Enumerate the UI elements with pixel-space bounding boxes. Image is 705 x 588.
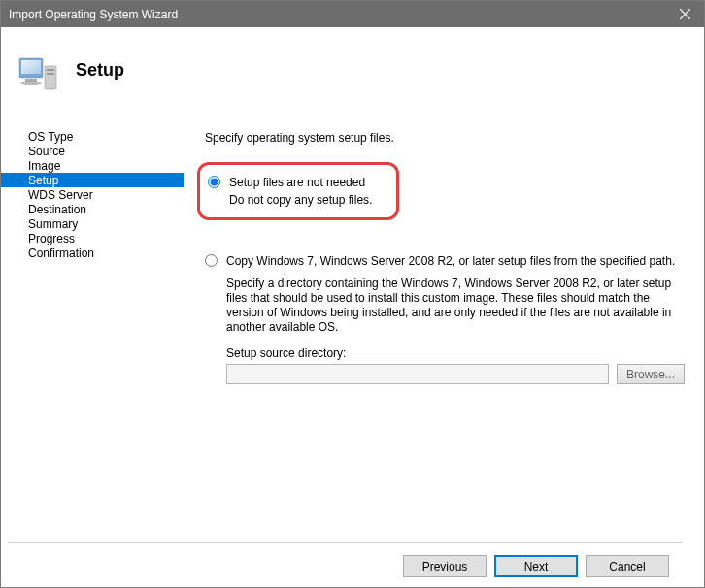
sidebar-item-summary[interactable]: Summary [1, 216, 184, 231]
window-title: Import Operating System Wizard [9, 8, 178, 21]
previous-button[interactable]: Previous [403, 555, 487, 577]
close-button[interactable] [665, 1, 704, 27]
svg-point-9 [20, 82, 42, 85]
svg-rect-6 [47, 69, 54, 71]
highlight-box: Setup files are not needed Do not copy a… [197, 162, 399, 220]
page-heading: Setup [76, 60, 124, 81]
titlebar: Import Operating System Wizard [1, 1, 704, 27]
sidebar-item-progress[interactable]: Progress [1, 231, 184, 245]
next-button[interactable]: Next [494, 555, 578, 577]
option-not-needed-label: Setup files are not needed [229, 175, 372, 190]
sidebar-item-os-type[interactable]: OS Type [1, 129, 184, 144]
browse-button[interactable]: Browse... [617, 364, 685, 384]
sidebar-item-destination[interactable]: Destination [1, 202, 184, 216]
content-area: Specify operating system setup files. Se… [184, 119, 704, 539]
dir-label: Setup source directory: [226, 346, 685, 360]
header-area: Setup [1, 27, 704, 119]
option-not-needed-body: Setup files are not needed Do not copy a… [229, 175, 372, 208]
sidebar: OS Type Source Image Setup WDS Server De… [1, 119, 184, 539]
footer: Previous Next Cancel [1, 539, 704, 587]
option-not-needed-row[interactable]: Setup files are not needed Do not copy a… [208, 175, 372, 208]
wizard-window: Import Operating System Wizard [0, 0, 705, 588]
footer-inner: Previous Next Cancel [9, 542, 683, 577]
option-copy-row[interactable]: Copy Windows 7, Windows Server 2008 R2, … [205, 253, 685, 269]
dir-input[interactable] [226, 364, 609, 384]
radio-copy[interactable] [205, 254, 218, 267]
computer-icon [16, 52, 58, 95]
radio-not-needed[interactable] [208, 176, 220, 188]
option-copy-body: Copy Windows 7, Windows Server 2008 R2, … [226, 253, 675, 269]
option-copy-desc: Specify a directory containing the Windo… [226, 277, 685, 335]
content-heading: Specify operating system setup files. [205, 131, 685, 145]
sidebar-item-source[interactable]: Source [1, 144, 184, 158]
option-copy-label: Copy Windows 7, Windows Server 2008 R2, … [226, 253, 675, 269]
close-icon [680, 9, 690, 19]
sidebar-item-setup[interactable]: Setup [1, 173, 184, 187]
dir-row: Browse... [226, 364, 685, 384]
sidebar-item-wds-server[interactable]: WDS Server [1, 187, 184, 202]
svg-rect-7 [47, 73, 54, 75]
body: OS Type Source Image Setup WDS Server De… [1, 119, 704, 539]
sidebar-item-confirmation[interactable]: Confirmation [1, 245, 184, 260]
cancel-button[interactable]: Cancel [586, 555, 669, 577]
svg-rect-4 [21, 60, 41, 74]
svg-rect-8 [25, 79, 37, 82]
option-not-needed-desc: Do not copy any setup files. [229, 192, 372, 208]
sidebar-item-image[interactable]: Image [1, 158, 184, 173]
